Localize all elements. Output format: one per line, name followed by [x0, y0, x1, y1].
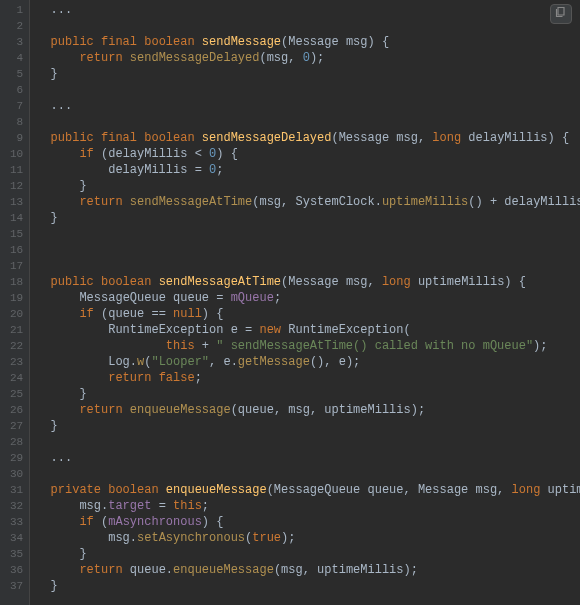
code-token: getMessage	[238, 355, 310, 369]
line-number: 8	[10, 114, 23, 130]
code-token: );	[281, 531, 295, 545]
code-token: enqueueMessage	[173, 563, 274, 577]
code-token: +	[202, 339, 216, 353]
code-line: }	[36, 210, 580, 226]
code-line: msg.setAsynchronous(true);	[36, 530, 580, 546]
code-token: }	[36, 179, 86, 193]
code-token: this	[173, 499, 202, 513]
code-token: }	[36, 419, 58, 433]
code-token: return	[79, 563, 129, 577]
code-token: ...	[36, 451, 72, 465]
code-line: ...	[36, 2, 580, 18]
code-token: MessageQueue	[79, 291, 165, 305]
line-number: 33	[10, 514, 23, 530]
code-token: Message	[288, 275, 338, 289]
code-line: MessageQueue queue = mQueue;	[36, 290, 580, 306]
code-editor: 1234567891011121314151617181920212223242…	[0, 0, 580, 605]
line-number: 4	[10, 50, 23, 66]
code-line	[36, 258, 580, 274]
code-token	[36, 323, 108, 337]
code-token: ;	[202, 499, 209, 513]
line-number: 10	[10, 146, 23, 162]
code-line: }	[36, 66, 580, 82]
code-line: public final boolean sendMessage(Message…	[36, 34, 580, 50]
code-token: (queue, msg, uptimeMillis);	[231, 403, 425, 417]
line-number: 6	[10, 82, 23, 98]
code-token	[36, 67, 50, 81]
code-line	[36, 18, 580, 34]
code-token: return	[79, 51, 129, 65]
copy-button[interactable]	[550, 4, 572, 24]
code-token: ) {	[202, 515, 224, 529]
code-token: () + delayMillis);	[468, 195, 580, 209]
code-token	[36, 275, 50, 289]
code-token: msg.	[36, 499, 108, 513]
line-number: 12	[10, 178, 23, 194]
code-token: ;	[274, 291, 281, 305]
line-number: 24	[10, 370, 23, 386]
code-token: return	[79, 195, 129, 209]
code-token: queue.	[130, 563, 173, 577]
line-number: 2	[10, 18, 23, 34]
line-number: 27	[10, 418, 23, 434]
code-line: public final boolean sendMessageDelayed(…	[36, 130, 580, 146]
line-number: 22	[10, 338, 23, 354]
code-line: return queue.enqueueMessage(msg, uptimeM…	[36, 562, 580, 578]
code-token: this	[166, 339, 202, 353]
code-line: if (queue == null) {	[36, 306, 580, 322]
code-token: Log	[108, 355, 130, 369]
code-token: .	[130, 355, 137, 369]
code-token: ...	[36, 3, 72, 17]
code-line: Log.w("Looper", e.getMessage(), e);	[36, 354, 580, 370]
code-token: true	[252, 531, 281, 545]
code-line: if (mAsynchronous) {	[36, 514, 580, 530]
code-line: }	[36, 546, 580, 562]
code-token	[36, 51, 79, 65]
code-token: new	[259, 323, 288, 337]
code-token: setAsynchronous	[137, 531, 245, 545]
code-token	[36, 563, 79, 577]
line-number: 30	[10, 466, 23, 482]
code-token: public boolean	[51, 275, 159, 289]
code-token	[36, 339, 166, 353]
code-line: return sendMessageAtTime(msg, SystemCloc…	[36, 194, 580, 210]
line-number: 25	[10, 386, 23, 402]
code-token: SystemClock	[295, 195, 374, 209]
code-token: if	[79, 307, 101, 321]
code-token: private boolean	[51, 483, 166, 497]
code-token: target	[108, 499, 151, 513]
code-line	[36, 114, 580, 130]
code-token: }	[36, 211, 58, 225]
code-token	[36, 291, 79, 305]
code-token: enqueueMessage	[130, 403, 231, 417]
code-token: sendMessage	[202, 35, 281, 49]
code-line: return enqueueMessage(queue, msg, uptime…	[36, 402, 580, 418]
line-gutter: 1234567891011121314151617181920212223242…	[0, 0, 30, 605]
code-token	[36, 195, 79, 209]
code-token	[36, 371, 108, 385]
line-number: 1	[10, 2, 23, 18]
code-line: }	[36, 386, 580, 402]
code-token: uptimeMillis) {	[418, 275, 526, 289]
code-token: (msg,	[252, 195, 295, 209]
code-token: (msg,	[259, 51, 302, 65]
code-token: 0	[303, 51, 310, 65]
code-line: msg.target = this;	[36, 498, 580, 514]
code-token: .	[375, 195, 382, 209]
code-token: long	[432, 131, 468, 145]
code-token: Message	[418, 483, 468, 497]
code-line	[36, 242, 580, 258]
line-number: 5	[10, 66, 23, 82]
line-number: 23	[10, 354, 23, 370]
code-line: private boolean enqueueMessage(MessageQu…	[36, 482, 580, 498]
code-token: msg.	[36, 531, 137, 545]
code-token: mQueue	[231, 291, 274, 305]
code-area[interactable]: ... public final boolean sendMessage(Mes…	[30, 0, 580, 605]
line-number: 3	[10, 34, 23, 50]
code-token: public final boolean	[51, 35, 202, 49]
code-token	[36, 35, 50, 49]
code-token: sendMessageDelayed	[202, 131, 332, 145]
code-line: this + " sendMessageAtTime() called with…	[36, 338, 580, 354]
code-line	[36, 226, 580, 242]
code-token: msg,	[339, 275, 382, 289]
